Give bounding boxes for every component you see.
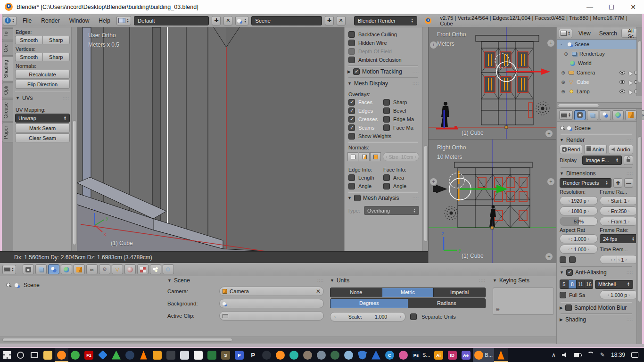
camera-field[interactable]: Camera ✕ <box>219 287 324 296</box>
taskbar-krita-icon[interactable] <box>342 348 355 362</box>
face-angle-checkbox[interactable] <box>383 183 390 189</box>
audio-button[interactable]: Audio <box>609 145 633 154</box>
right-ortho-viewport[interactable]: z y Right Ortho 10 Meters (1) Cube + + + <box>428 139 556 263</box>
aa-samples-11-button[interactable]: 11 <box>577 280 585 289</box>
taskbar-teal-app-icon[interactable] <box>287 348 301 362</box>
front-ortho-viewport[interactable]: Front Ortho Meters (1) Cube + + + <box>428 27 556 139</box>
backface-culling-checkbox[interactable] <box>348 31 355 38</box>
full-sample-checkbox[interactable] <box>560 292 566 298</box>
outliner-vscrollbar[interactable] <box>636 27 642 96</box>
taskbar-blender-icon[interactable] <box>273 348 287 362</box>
open-properties-button[interactable]: + <box>547 178 554 185</box>
keying-sets-panel-header[interactable]: ▼ Keying Sets <box>493 277 554 284</box>
uvs-panel-header[interactable]: ▼ UVs :::: <box>14 94 71 102</box>
vertex-normals-toggle[interactable] <box>347 152 358 161</box>
panel-grip-icon[interactable]: :::: <box>63 96 69 100</box>
taskbar-illustrator-icon[interactable]: Ai <box>432 348 446 362</box>
taskbar-blender-active-icon[interactable]: B... <box>473 348 495 362</box>
active-clip-field[interactable] <box>219 311 324 321</box>
animation-button[interactable]: Anim <box>584 145 607 154</box>
visibility-eye-icon[interactable] <box>619 71 625 74</box>
depth-of-field-checkbox[interactable] <box>348 48 355 55</box>
tray-chevron-icon[interactable]: ∧ <box>552 352 556 358</box>
mesh-analysis-panel-header[interactable]: ▼ Mesh Analysis :::: <box>347 195 419 201</box>
render-presets-dropdown[interactable]: Render Presets ▲▼ <box>560 178 611 188</box>
add-preset-button[interactable]: ✚ <box>613 178 622 188</box>
frame-end-field[interactable]: ‹En:250› <box>600 206 636 215</box>
units-imperial-button[interactable]: Imperial <box>434 288 486 297</box>
shading-panel-header[interactable]: ▶ Shading :::: <box>560 316 633 323</box>
taskbar-vlc-open-icon[interactable] <box>494 348 508 362</box>
volume-icon[interactable] <box>562 353 568 358</box>
taskbar-blue-p-app-icon[interactable]: P <box>232 348 246 362</box>
arrow-left-icon[interactable]: ‹ <box>334 314 336 319</box>
aa-filter-size-field[interactable]: ‹1.000 p› <box>600 290 636 299</box>
taskbar-google-drive-icon[interactable] <box>109 348 123 362</box>
outliner-item-lamp[interactable]: ⊕ Lamp <box>557 87 642 96</box>
editor-type-button[interactable]: ▲▼ <box>559 29 572 38</box>
edge-length-checkbox[interactable] <box>348 174 355 181</box>
tab-particles[interactable] <box>150 264 161 274</box>
tab-object[interactable] <box>625 110 636 120</box>
taskbar-vlc-icon[interactable] <box>137 348 150 362</box>
scene-selector-icon-button[interactable]: ▲▼ <box>235 16 248 25</box>
outliner-item-cube[interactable]: ⊕ ▽ Cube <box>557 77 642 87</box>
face-marks-checkbox[interactable] <box>383 124 390 131</box>
outliner-item-camera[interactable]: ⊕ Camera <box>557 68 642 77</box>
tab-create[interactable]: Cre <box>2 41 13 56</box>
units-none-button[interactable]: None <box>330 288 382 297</box>
selectable-cursor-icon[interactable] <box>627 89 633 94</box>
menu-render[interactable]: Render <box>38 17 63 24</box>
separate-units-checkbox[interactable] <box>410 313 417 320</box>
tab-render-layers[interactable] <box>587 110 598 120</box>
edges-smooth-button[interactable]: Smooth <box>15 36 42 44</box>
panel-grip-icon[interactable]: :::: <box>413 196 419 200</box>
taskbar-task-view-icon[interactable] <box>27 348 41 362</box>
taskbar-document-icon[interactable] <box>191 348 205 362</box>
analysis-type-dropdown[interactable]: Overhang ▲▼ <box>364 206 419 215</box>
outliner-search-menu[interactable]: Search <box>597 30 619 37</box>
tab-material[interactable] <box>124 264 136 274</box>
panel-grip-icon[interactable]: :::: <box>627 138 633 142</box>
unwrap-dropdown[interactable]: Unwrap ▲▼ <box>15 114 70 123</box>
n-panel-scrollbar[interactable] <box>422 27 428 251</box>
taskbar-file-explorer-icon[interactable] <box>41 348 55 362</box>
aa-filter-dropdown[interactable]: Mitchell-▲▼ <box>595 280 633 289</box>
expand-icon[interactable]: ⊕ <box>561 89 566 94</box>
close-button[interactable]: ✕ <box>622 0 644 14</box>
tab-object-data[interactable]: ▽ <box>112 264 123 274</box>
flip-direction-button[interactable]: Flip Direction <box>15 80 70 89</box>
maximize-button[interactable]: ☐ <box>601 0 622 14</box>
panel-grip-icon[interactable]: :::: <box>627 171 633 176</box>
clear-x-icon[interactable]: ✕ <box>316 288 321 295</box>
aa-samples-8-button[interactable]: 8 <box>569 280 577 289</box>
scrollbar-thumb[interactable] <box>638 41 642 83</box>
aa-samples-16-button[interactable]: 16 <box>585 280 594 289</box>
taskbar-calculator-icon[interactable] <box>164 348 178 362</box>
taskbar-gimp-icon[interactable] <box>301 348 314 362</box>
face-area-checkbox[interactable] <box>383 174 390 181</box>
taskbar-after-effects-icon[interactable]: Ae <box>459 348 473 362</box>
rotation-radians-button[interactable]: Radians <box>408 298 486 308</box>
expand-icon[interactable]: ⊕ <box>561 80 566 85</box>
taskbar-ruler-app-icon[interactable] <box>369 348 383 362</box>
scrollbar-thumb[interactable] <box>2 338 232 342</box>
tab-paper[interactable]: Paper <box>2 123 13 142</box>
editor-type-button[interactable]: ▲▼ <box>559 110 573 120</box>
tab-shading[interactable]: Shading <box>2 57 13 82</box>
selectable-cursor-icon[interactable] <box>627 79 633 85</box>
tab-render[interactable] <box>23 264 34 274</box>
taskbar-green-app-icon[interactable] <box>205 348 219 362</box>
mesh-display-panel-header[interactable]: ▼ Mesh Display :::: <box>347 80 419 87</box>
taskbar-keepass-icon[interactable] <box>150 348 164 362</box>
taskbar-filezilla-icon[interactable]: Fz <box>82 348 96 362</box>
render-button[interactable]: Rend <box>560 145 582 154</box>
minimize-button[interactable]: — <box>579 0 601 14</box>
bottom-editor-hscrollbar[interactable] <box>0 337 556 343</box>
tab-render-layers[interactable] <box>35 264 47 274</box>
menu-window[interactable]: Window <box>66 17 93 24</box>
scene-name-field[interactable]: Scene <box>251 16 322 25</box>
frame-step-field[interactable]: ‹Fram:1› <box>600 217 636 226</box>
face-normals-toggle[interactable] <box>370 152 381 161</box>
normals-size-field[interactable]: ‹ Size: 10cm › <box>383 152 419 161</box>
